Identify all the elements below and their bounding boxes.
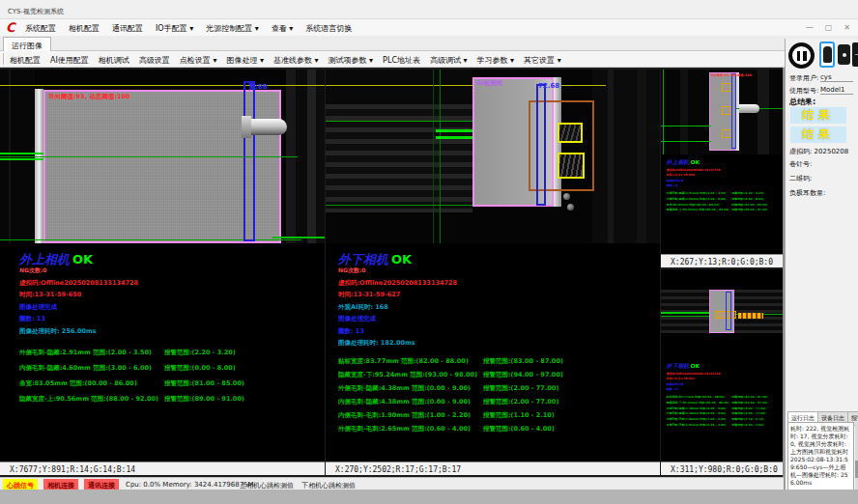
- baseline-yellow-line: [326, 85, 606, 86]
- time-text: 时间:13-31-59-650: [19, 291, 325, 299]
- menu-item[interactable]: 查看 ▾: [272, 23, 294, 34]
- measurement-alarm: 报警范围:(2.00 - 77.00): [731, 412, 765, 416]
- measurement-value: 隐藏宽度-下:95.24mm 范围:(93.00 - 98.00): [338, 371, 483, 379]
- ai-box-label: AI检测框: [476, 79, 502, 88]
- measurement-value: 外侧毛刺-毛刺:2.65mm 范围:(0.60 - 4.00): [667, 423, 732, 427]
- measure-green-tick: [272, 237, 325, 238]
- measurement-list: 贴标宽度:83.77mm 范围:(82.00 - 88.00) 报警范围:(83…: [326, 357, 660, 434]
- result-display-upper: 结果: [790, 107, 846, 124]
- measurement-value: 内侧毛刺-毛刺:1.90mm 范围:(1.00 - 2.20): [667, 418, 732, 422]
- heartbeat-badge: 心跳信号: [3, 479, 38, 490]
- close-icon[interactable]: ✕: [844, 23, 850, 32]
- width-roi-box: [243, 81, 255, 241]
- width-roi-label: 宽:88: [248, 82, 268, 92]
- measurement-alarm: 报警范围:(2.20 - 3.20): [164, 349, 236, 357]
- virtual-code-text: 虚拟码:Offline20250208133134728: [667, 168, 783, 172]
- measurement-row: 外侧毛刺-毛刺:2.65mm 范围:(0.60 - 4.00) 报警范围:(0.…: [667, 423, 783, 427]
- measurement-row: 内侧毛刺-毛刺:1.90mm 范围:(1.00 - 2.20) 报警范围:(1.…: [338, 411, 660, 420]
- measurement-value: 内侧毛刺-隐藏:4.60mm 范围:(3.00 - 6.00): [19, 364, 164, 373]
- probe-pin-base: [242, 116, 251, 138]
- measurement-alarm: 报警范围:(0.00 - 8.00): [164, 364, 236, 373]
- window-bottom-edge: [0, 490, 858, 504]
- virtual-code-value: 20250208: [815, 148, 849, 155]
- machine-stripe: [307, 70, 316, 243]
- camera-connect-badge: 相机连接: [43, 479, 78, 490]
- camera-title: 外上相机OK: [667, 158, 783, 166]
- exit-door-icon: ⇥: [855, 50, 858, 59]
- process-done-text: 图像处理完成: [19, 303, 325, 312]
- tab-roi-box: [722, 106, 730, 115]
- measurement-value: 条宽:83.05mm 范围:(80.00 - 86.00): [19, 379, 164, 388]
- menu-item[interactable]: 光源控制配置 ▾: [206, 23, 259, 34]
- login-user-value: cys: [820, 73, 853, 82]
- tab-annotation: [738, 313, 763, 319]
- toolbar-item[interactable]: 相机配置: [10, 55, 41, 66]
- measurement-list: 贴标宽度:83.77mm 范围:(82.00 - 88.00) 报警范围:(83…: [665, 395, 783, 427]
- camera-image-mini-bottom[interactable]: [661, 290, 783, 333]
- tab-run-image[interactable]: 运行图像: [3, 37, 51, 51]
- camera-title: 外下相机OK: [667, 362, 783, 370]
- toolbar: 相机配置AI使用配置相机调试高级设置点检设置 ▾图像处理 ▾基准线参数 ▾测试项…: [0, 51, 858, 68]
- camera-view-mini-bottom: 外下相机OK 虚拟码:Offline20250208133134728 时间:1…: [661, 269, 783, 475]
- camera-image-outer-lower[interactable]: AI检测框 72.68: [326, 70, 660, 243]
- measurement-row: 隐藏宽度-下:95.24mm 范围:(93.00 - 98.00) 报警范围:(…: [338, 371, 660, 379]
- camera-toggle-button[interactable]: [838, 44, 850, 65]
- machine-stripe: [608, 70, 614, 243]
- title-bar: CYS-视觉检测系统: [0, 0, 858, 19]
- measurement-row: 隐藏宽度-上:90.56mm 范围:(88.00 - 92.00) 报警范围:(…: [19, 395, 325, 404]
- measure-green-line: [661, 141, 711, 142]
- menu-item[interactable]: 系统语言切换: [305, 23, 352, 34]
- toolbar-item[interactable]: 高级调试 ▾: [430, 55, 468, 66]
- tab-roi-box: [722, 83, 730, 92]
- elapsed-text: 图像处理耗时: 256.00ms: [19, 327, 325, 336]
- measure-green-line: [661, 316, 709, 317]
- app-logo-icon: C: [6, 20, 15, 35]
- minimize-icon[interactable]: —: [806, 23, 814, 32]
- camera-view-mini-top: 导向阈值:93, 动态阈值:100 外上相机OK 虚拟码:Offline2025…: [661, 70, 783, 267]
- toolbar-item[interactable]: 学习参数 ▾: [477, 55, 515, 66]
- measurement-alarm: 报警范围:(0.60 - 4.00): [483, 425, 555, 434]
- machine-stripe: [316, 70, 325, 243]
- measurement-value: 隐藏宽度-上:90.56mm 范围:(88.00 - 92.00): [667, 209, 732, 212]
- toolbar-item[interactable]: PLC地址表: [383, 55, 420, 66]
- measure-green-line: [0, 239, 301, 240]
- toolbar-item[interactable]: 测试项参数 ▾: [329, 55, 374, 66]
- toolbar-item[interactable]: AI使用配置: [50, 55, 89, 66]
- time-text: 时间:13-31-59-627: [338, 291, 660, 299]
- result-text-block-mini: 外上相机OK 虚拟码:Offline20250208133134728 时间:1…: [665, 158, 783, 214]
- measurement-value: 内侧毛刺-隐藏:4.38mm 范围:(0.00 - 9.00): [338, 398, 483, 406]
- toolbar-item[interactable]: 其它设置 ▾: [524, 55, 561, 66]
- measurement-value: 条宽:83.05mm 范围:(80.00 - 86.00): [667, 203, 732, 207]
- loop-count-text: 圈数: 13: [667, 388, 783, 392]
- menu-item[interactable]: 系统配置: [25, 23, 56, 34]
- measure-green-line: [433, 70, 434, 243]
- toolbar-item[interactable]: 高级设置: [139, 55, 170, 66]
- toolbar-item[interactable]: 图像处理 ▾: [226, 55, 264, 66]
- toolbar-item[interactable]: 相机调试: [99, 55, 129, 66]
- maximize-icon[interactable]: ▢: [825, 23, 833, 32]
- measurement-alarm: 报警范围:(89.00 - 91.00): [731, 209, 767, 212]
- measure-green-line: [440, 70, 441, 243]
- tab-row: 运行图像: [0, 36, 858, 51]
- camera-image-mini-top[interactable]: 导向阈值:93, 动态阈值:100: [661, 70, 783, 154]
- process-done-text: 图像处理完成: [667, 179, 783, 182]
- process-done-text: 图像处理完成: [667, 382, 783, 386]
- measurement-row: 条宽:83.05mm 范围:(80.00 - 86.00) 报警范围:(81.0…: [667, 203, 783, 207]
- camera-image-outer-upper[interactable]: 导向阈值:93, 动态阈值:100 宽:88: [0, 70, 325, 243]
- pause-button[interactable]: [788, 42, 815, 69]
- measurement-row: 外侧毛刺-隐藏:4.38mm 范围:(0.00 - 9.00) 报警范围:(2.…: [667, 406, 783, 410]
- log-text-area[interactable]: 耗时: 222, 视觉检测耗时: 17, 视觉分发耗时: 0, 视觉拷贝分发耗时…: [787, 422, 854, 491]
- user-profile-button[interactable]: [819, 42, 835, 68]
- menu-item[interactable]: 通讯配置: [112, 23, 143, 34]
- process-done-text: 图像处理完成: [338, 315, 660, 323]
- login-user-label: 登录用户:: [789, 73, 818, 83]
- menu-item[interactable]: 相机配置: [69, 23, 100, 34]
- toolbar-item[interactable]: 基准线参数 ▾: [273, 55, 319, 66]
- exit-button[interactable]: ⇥: [852, 42, 858, 67]
- machine-stripe: [592, 70, 660, 243]
- toolbar-item[interactable]: 点检设置 ▾: [180, 55, 217, 66]
- menu-item[interactable]: IO手配置 ▾: [156, 23, 193, 34]
- measurement-value: 隐藏宽度-上:90.56mm 范围:(88.00 - 92.00): [19, 395, 164, 404]
- time-text: 时间:13-31-59-627: [667, 377, 783, 380]
- measurement-value: 贴标宽度:83.77mm 范围:(82.00 - 88.00): [338, 357, 483, 366]
